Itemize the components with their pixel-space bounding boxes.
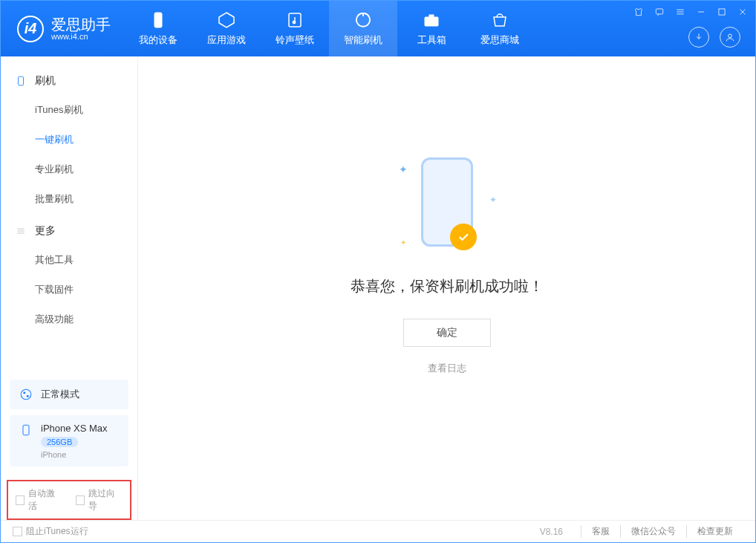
checkbox-icon — [13, 527, 22, 536]
sparkle-icon: ✦ — [399, 163, 408, 175]
profile-button[interactable] — [720, 27, 740, 48]
footer-left: 阻止iTunes运行 — [13, 525, 88, 538]
ok-button[interactable]: 确定 — [403, 319, 491, 347]
nav-tab-flash[interactable]: 智能刷机 — [329, 1, 397, 56]
nav-tab-toolbox[interactable]: 工具箱 — [397, 1, 466, 56]
section-title-more: 更多 — [1, 217, 137, 245]
sparkle-icon: ✦ — [489, 195, 497, 205]
mode-card[interactable]: 正常模式 — [10, 380, 128, 409]
sparkle-icon: ✦ — [400, 238, 406, 247]
options-row: 自动激活 跳过向导 — [7, 480, 131, 520]
sidebar-section-more: 更多 其他工具 下载固件 高级功能 — [1, 217, 137, 334]
option-auto-activate[interactable]: 自动激活 — [16, 487, 62, 513]
download-button[interactable] — [688, 27, 709, 48]
store-icon — [490, 10, 509, 30]
app-header: i4 爱思助手 www.i4.cn 我的设备 应用游戏 铃声壁纸 智能刷机 工具… — [1, 1, 755, 56]
sidebar-item-oneclick-flash[interactable]: 一键刷机 — [1, 125, 137, 155]
feedback-icon[interactable] — [654, 7, 665, 17]
footer-link-service[interactable]: 客服 — [581, 525, 620, 538]
option-skip-guide[interactable]: 跳过向导 — [76, 487, 123, 513]
close-button[interactable] — [737, 7, 748, 17]
header-right-icons — [688, 27, 740, 48]
success-message: 恭喜您，保资料刷机成功啦！ — [351, 276, 544, 296]
shirt-icon[interactable] — [633, 7, 644, 17]
svg-point-2 — [293, 21, 296, 24]
checkbox-icon — [16, 495, 25, 505]
section-title-flash: 刷机 — [1, 67, 137, 95]
device-storage: 256GB — [41, 437, 78, 447]
mode-label: 正常模式 — [41, 388, 79, 401]
svg-point-9 — [21, 389, 31, 400]
checkmark-badge-icon — [450, 224, 477, 250]
toolbox-icon — [422, 10, 441, 30]
ringtone-icon — [285, 10, 304, 30]
nav-tab-store[interactable]: 爱思商城 — [466, 1, 534, 56]
svg-point-11 — [27, 395, 29, 397]
footer-link-wechat[interactable]: 微信公众号 — [620, 525, 686, 538]
svg-rect-12 — [23, 425, 29, 435]
sidebar-item-advanced[interactable]: 高级功能 — [1, 305, 137, 334]
sidebar-item-pro-flash[interactable]: 专业刷机 — [1, 155, 137, 184]
sidebar-item-download-firmware[interactable]: 下载固件 — [1, 275, 137, 305]
minimize-button[interactable] — [696, 7, 706, 17]
nav-tab-device[interactable]: 我的设备 — [124, 1, 192, 56]
success-illustration: ✦ ✦ ✦ — [414, 157, 480, 254]
device-card[interactable]: iPhone XS Max 256GB iPhone — [10, 415, 128, 466]
sidebar-item-itunes-flash[interactable]: iTunes刷机 — [1, 95, 137, 125]
option-block-itunes[interactable]: 阻止iTunes运行 — [13, 525, 88, 538]
nav-tab-ringtone[interactable]: 铃声壁纸 — [261, 1, 329, 56]
app-logo-icon: i4 — [17, 16, 44, 42]
mode-icon — [19, 387, 33, 402]
footer-link-update[interactable]: 检查更新 — [686, 525, 743, 538]
svg-rect-3 — [425, 17, 438, 26]
svg-point-7 — [729, 34, 732, 38]
sidebar: 刷机 iTunes刷机 一键刷机 专业刷机 批量刷机 更多 其他工具 下载固件 … — [1, 56, 138, 520]
device-icon — [149, 10, 168, 30]
app-title-block: 爱思助手 www.i4.cn — [51, 17, 111, 41]
flash-icon — [353, 10, 373, 30]
svg-rect-5 — [656, 9, 662, 14]
sidebar-section-flash: 刷机 iTunes刷机 一键刷机 专业刷机 批量刷机 — [1, 67, 137, 214]
nav-tab-apps[interactable]: 应用游戏 — [192, 1, 261, 56]
device-phone-icon — [19, 423, 33, 438]
svg-rect-4 — [429, 15, 434, 17]
app-url: www.i4.cn — [51, 32, 111, 41]
svg-rect-6 — [719, 9, 725, 15]
version-label: V8.16 — [529, 527, 573, 537]
window-controls — [633, 7, 748, 17]
view-log-link[interactable]: 查看日志 — [428, 362, 466, 375]
nav-tabs: 我的设备 应用游戏 铃声壁纸 智能刷机 工具箱 爱思商城 — [124, 1, 534, 56]
app-name: 爱思助手 — [51, 17, 111, 32]
more-icon — [16, 225, 27, 237]
svg-rect-8 — [19, 77, 24, 85]
phone-outline-icon — [421, 157, 473, 247]
maximize-button[interactable] — [717, 7, 727, 17]
device-name: iPhone XS Max — [41, 423, 108, 434]
logo-area: i4 爱思助手 www.i4.cn — [1, 16, 124, 42]
sidebar-item-batch-flash[interactable]: 批量刷机 — [1, 184, 137, 214]
svg-rect-0 — [154, 13, 162, 27]
main-content: ✦ ✦ ✦ 恭喜您，保资料刷机成功啦！ 确定 查看日志 — [138, 56, 755, 520]
footer: 阻止iTunes运行 V8.16 客服 微信公众号 检查更新 — [1, 520, 755, 542]
phone-icon — [16, 75, 27, 87]
footer-right: V8.16 客服 微信公众号 检查更新 — [529, 525, 743, 538]
svg-point-10 — [23, 391, 25, 394]
sidebar-item-other-tools[interactable]: 其他工具 — [1, 245, 137, 275]
apps-icon — [217, 10, 236, 30]
body-area: 刷机 iTunes刷机 一键刷机 专业刷机 批量刷机 更多 其他工具 下载固件 … — [1, 56, 755, 520]
device-panels: 正常模式 iPhone XS Max 256GB iPhone — [1, 380, 137, 480]
menu-icon[interactable] — [675, 7, 685, 17]
device-type: iPhone — [41, 450, 108, 459]
checkbox-icon — [76, 495, 85, 505]
